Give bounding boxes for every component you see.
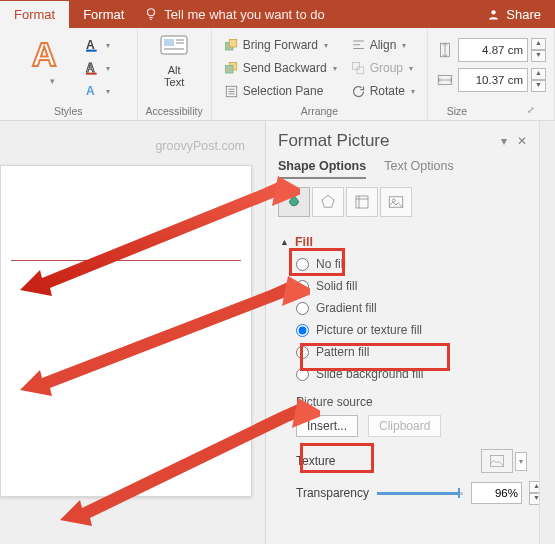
- group-arrange: Bring Forward▾ Send Backward▾ Selection …: [212, 28, 428, 120]
- share-button[interactable]: Share: [487, 7, 541, 22]
- svg-rect-14: [229, 39, 237, 47]
- send-backward-button[interactable]: Send Backward▾: [224, 57, 337, 79]
- bring-forward-button[interactable]: Bring Forward▾: [224, 34, 337, 56]
- texture-label: Texture: [296, 454, 335, 468]
- svg-rect-29: [356, 196, 368, 208]
- group-button: Group▾: [351, 57, 415, 79]
- radio-pattern-fill[interactable]: Pattern fill: [278, 341, 527, 363]
- align-button[interactable]: Align▾: [351, 34, 415, 56]
- width-field[interactable]: ▲▼: [436, 68, 546, 92]
- insert-button[interactable]: Insert...: [296, 415, 358, 437]
- pane-close-icon[interactable]: ✕: [517, 134, 527, 148]
- group-accessibility: Alt Text Accessibility: [138, 28, 212, 120]
- texture-picker[interactable]: [481, 449, 513, 473]
- pane-scrollbar[interactable]: [539, 121, 555, 544]
- ribbon: A ▾ A▾ A▾ A▾ Styles Alt Text: [0, 28, 555, 121]
- svg-text:A: A: [86, 84, 95, 98]
- effects-category[interactable]: [312, 187, 344, 217]
- slide[interactable]: [0, 165, 252, 497]
- group-label-styles: Styles: [54, 103, 83, 118]
- rotate-button[interactable]: Rotate▾: [351, 80, 415, 102]
- svg-point-31: [392, 199, 395, 202]
- chevron-down-icon[interactable]: ▾: [515, 452, 527, 471]
- format-picture-pane: Format Picture ▾ ✕ Shape Options Text Op…: [265, 121, 539, 544]
- slide-divider: [11, 260, 241, 261]
- text-options-tab[interactable]: Text Options: [384, 159, 453, 179]
- radio-no-fill[interactable]: No fill: [278, 253, 527, 275]
- radio-gradient-fill[interactable]: Gradient fill: [278, 297, 527, 319]
- transparency-slider[interactable]: [377, 488, 463, 498]
- height-spinner[interactable]: ▲▼: [531, 38, 546, 62]
- group-label-size: Size: [447, 105, 467, 117]
- person-icon: [487, 8, 500, 21]
- tell-me-search[interactable]: Tell me what you want to do: [144, 7, 324, 22]
- svg-rect-24: [352, 62, 359, 69]
- width-input[interactable]: [458, 68, 528, 92]
- text-fill-button[interactable]: A▾: [84, 34, 110, 56]
- svg-rect-25: [357, 67, 364, 74]
- section-fill-header[interactable]: ▲ Fill: [278, 231, 527, 253]
- collapse-icon: ▲: [280, 237, 289, 247]
- section-fill-label: Fill: [295, 235, 313, 249]
- svg-rect-4: [86, 50, 97, 52]
- size-dialog-launcher[interactable]: ⤢: [527, 105, 535, 117]
- picture-category[interactable]: [380, 187, 412, 217]
- shape-options-tab[interactable]: Shape Options: [278, 159, 366, 179]
- width-spinner[interactable]: ▲▼: [531, 68, 546, 92]
- slide-canvas[interactable]: groovyPost.com: [0, 121, 265, 544]
- tab-format[interactable]: Format: [69, 0, 138, 29]
- lightbulb-icon: [144, 7, 158, 21]
- height-field[interactable]: ▲▼: [436, 38, 546, 62]
- svg-point-1: [492, 10, 496, 14]
- radio-solid-fill[interactable]: Solid fill: [278, 275, 527, 297]
- svg-marker-28: [322, 195, 334, 207]
- watermark: groovyPost.com: [155, 139, 245, 153]
- svg-rect-6: [86, 73, 97, 75]
- wordart-style-gallery[interactable]: A ▾: [26, 32, 78, 88]
- text-effects-button[interactable]: A▾: [84, 80, 110, 102]
- pane-menu-icon[interactable]: ▾: [501, 134, 507, 148]
- ribbon-tab-strip: Format Format Tell me what you want to d…: [0, 0, 555, 28]
- svg-rect-9: [164, 39, 174, 46]
- svg-text:A: A: [32, 35, 57, 73]
- transparency-label: Transparency: [296, 486, 369, 500]
- workspace: groovyPost.com Format Picture ▾ ✕ Shape …: [0, 121, 555, 544]
- size-category[interactable]: [346, 187, 378, 217]
- picture-source-label: Picture source: [278, 395, 527, 409]
- selection-pane-button[interactable]: Selection Pane: [224, 80, 337, 102]
- svg-point-0: [148, 9, 155, 16]
- radio-slide-bg-fill[interactable]: Slide background fill: [278, 363, 527, 385]
- clipboard-button: Clipboard: [368, 415, 441, 437]
- transparency-input[interactable]: [471, 482, 522, 504]
- svg-rect-16: [225, 65, 233, 73]
- pane-title: Format Picture: [278, 131, 389, 151]
- alt-text-button[interactable]: Alt Text: [155, 32, 193, 90]
- fill-line-category[interactable]: [278, 187, 310, 217]
- group-label-arrange: Arrange: [301, 103, 338, 118]
- tab-format-active[interactable]: Format: [0, 0, 69, 29]
- group-label-accessibility: Accessibility: [146, 103, 203, 118]
- radio-picture-fill[interactable]: Picture or texture fill: [278, 319, 527, 341]
- height-input[interactable]: [458, 38, 528, 62]
- text-outline-button[interactable]: A▾: [84, 57, 110, 79]
- group-size: ▲▼ ▲▼ Size⤢: [428, 28, 555, 120]
- group-styles: A ▾ A▾ A▾ A▾ Styles: [0, 28, 138, 120]
